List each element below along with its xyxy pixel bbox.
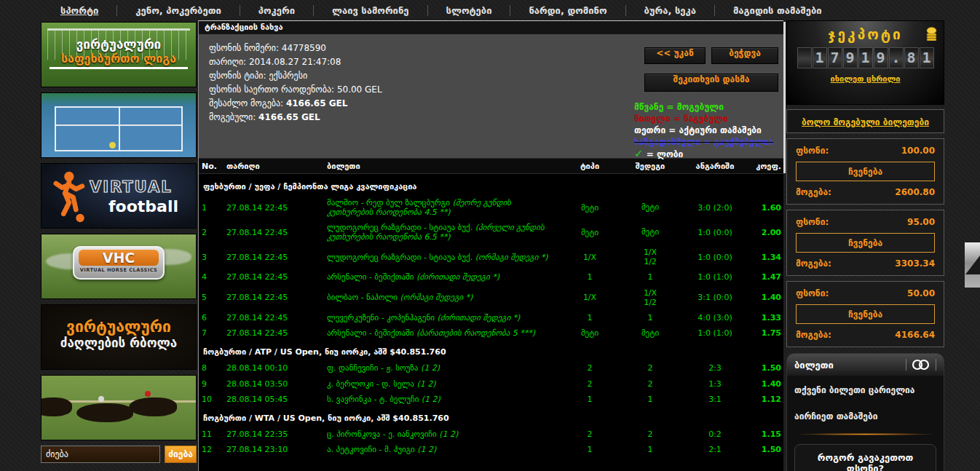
jackpot-digit: . [889,47,904,68]
show-ticket-button[interactable]: ჩვენება [796,233,935,253]
cell-tip: 2 [561,363,618,373]
nav-item-ნარდი, დომინო[interactable]: ნარდი, დომინო [510,5,625,16]
cell-ticket: ბილბაო - ნაპოლი (ორმაგი შედეგი *) [324,293,561,302]
cell-result: 2 [618,379,682,389]
banner-virtual-football[interactable]: VIRTUAL football [41,163,197,229]
cell-tip: 2 [561,430,618,439]
cell-ticket: ლუდოგორეც რაზგრადი - სტიაუა ბუქ. (ორმაგი… [324,253,561,262]
match-name: არსენალი - ბეშიქთაში [327,272,416,282]
linked-tickets-icon [911,359,931,371]
cell-date: 28.08.14 05:45 [224,395,324,404]
jackpot-digit: 8 [904,47,919,68]
cell-date: 27.08.14 22:45 [224,228,324,237]
cell-result: 1 [618,395,682,404]
banner-horse-racing[interactable] [41,375,197,440]
banner-title: ვირტუალური [42,37,196,52]
banner-virtual-dog-racing[interactable]: ვირტუალური ძაღლების რბოლა [41,304,197,370]
nav-item-ლაივ სამორინე[interactable]: ლაივ სამორინე [313,5,427,16]
match-name: არსენალი - ბეშიქთაში [327,328,416,338]
cell-ticket: ა. პეტკოვიჩი - მ. პუიგი (1 2) [324,445,561,454]
cell-no: 3 [199,253,224,262]
detail-value: ექსპრესი [269,71,307,81]
nav-item-სპორტი[interactable]: სპორტი [42,5,116,16]
legend-text: = წაგებული [671,114,728,124]
horse-graphic [41,397,72,416]
nav-item-პოკერი[interactable]: პოკერი [240,5,313,16]
bet-row: 1028.08.14 05:45ს. ვავრინკა - ტ. ბელუჩი … [199,392,783,407]
scroll-edge-widget[interactable] [965,242,980,288]
col-header-result: შედეგი [618,162,682,171]
cell-score: 0:2 [682,430,748,439]
cell-coef: 1.40 [748,379,784,389]
how-to-bet-link[interactable]: როგორ გავაკეთოთ ფსონი? [794,444,936,471]
check-icon: ✓ [634,147,644,160]
cell-tip: მეტი [561,203,618,213]
cell-coef: 2.00 [748,228,784,237]
banner-virtual-football-league[interactable]: ვირტუალური საფეხბურთო ლიგა [41,22,197,87]
cell-date: 27.08.14 22:45 [224,328,324,338]
cell-tip: 1 [561,313,618,322]
cell-ticket: არსენალი - ბეშიქთაში (ბარათების რაოდენობ… [324,328,561,338]
betslip-panel: ბილეთი თქვენი ბილეთი ცარიელია აირჩიეთ თა… [786,353,944,471]
nav-item-მაგიდის თამაშები[interactable]: მაგიდის თამაშები [714,5,840,16]
legend-text: = გაუქმებულია [700,137,773,147]
cell-result: მეტი [618,227,682,237]
betslip-icons[interactable] [906,359,936,371]
stake-label: ფსონი: [796,288,829,298]
detail-value: 2014.08.27 21:47:08 [249,57,341,67]
match-name: ლევერკუზენი - კოპენჰაგენი [327,313,437,322]
nav-item-ბურა, სეკა[interactable]: ბურა, სეკა [625,5,714,16]
search-input[interactable] [41,446,160,463]
back-button[interactable]: << უკან [644,47,706,64]
cell-no: 9 [199,379,224,389]
cell-no: 12 [199,445,224,454]
nav-item-კენო, პოკერბეთი[interactable]: კენო, პოკერბეთი [116,5,239,16]
legend-term: თეთრი [634,125,665,135]
col-header-tip: ტიპი [561,162,618,171]
show-ticket-button[interactable]: ჩვენება [796,304,935,324]
show-ticket-button[interactable]: ჩვენება [796,162,935,181]
separator [906,359,906,371]
win-row: მოგება:2600.80 [796,187,935,197]
cell-ticket: ს. ვავრინკა - ტ. ბელუჩი (1 2) [324,395,561,404]
nav-item-სლოტები[interactable]: სლოტები [427,5,510,16]
stake-label: ფსონი: [796,217,829,227]
banner-virtual-horse-classics[interactable]: VHC VIRTUAL HORSE CLASSICS [41,234,197,299]
main-scrollbar-thumb[interactable] [783,22,786,173]
cell-score: 2:3 [682,363,748,373]
cell-coef: 1.12 [748,395,784,404]
won-ticket-card: ფსონი:100.00ჩვენებამოგება:2600.80 [786,138,944,205]
cell-coef: 1.75 [748,328,784,338]
jackpot-digit: 1 [920,47,934,68]
last-won-tickets-link[interactable]: ბოლო მოგებული ბილეთები [802,117,929,127]
detail-value: 4166.65 GEL [258,112,320,122]
stake-row: ფსონი:100.00 [796,146,935,156]
cell-coef: 1.50 [748,445,784,454]
print-button[interactable]: ბეჭდვა [711,47,778,64]
search-button[interactable]: ძიება [165,446,197,463]
page-root: სპორტიკენო, პოკერბეთიპოკერილაივ სამორინე… [0,0,980,471]
banner-subtitle: football [108,197,178,215]
jackpot-table-link[interactable]: იხილეთ ცხრილი [831,74,901,84]
stake-row: ფსონი:50.00 [796,288,935,298]
cell-date: 28.08.14 03:50 [224,379,324,389]
left-sidebar: ვირტუალური საფეხბურთო ლიგა VIRTUAL footb… [41,22,197,463]
banner-subtitle: ძაღლების რბოლა [42,336,196,350]
cell-tip: 1 [561,272,618,282]
jackpot-digit: 1 [858,47,873,68]
detail-label: ფსონის საერთო რაოდენობა: [209,84,337,95]
legend-item: წითელი = წაგებული [634,113,784,124]
match-name: ლუდოგორეც რაზგრადი - სტიაუა ბუქ. [327,223,475,232]
detail-value: 4166.65 GEL [286,98,348,108]
cell-no: 5 [199,293,224,302]
banner-virtual-tennis[interactable] [41,92,197,158]
cell-score: 3:0 (2:0) [682,203,748,213]
legend-term: წითელი [634,114,671,124]
ask-question-button[interactable]: შეკითხვის დასმა [644,74,778,92]
legend-term: მწვანე [634,102,663,112]
bet-row: 427.08.14 22:45არსენალი - ბეშიქთაში (ძირ… [199,269,783,285]
jackpot-digit: 9 [843,47,858,68]
market-name: (ორმაგი შედეგი *) [400,293,473,302]
jackpot-digit [797,47,812,68]
cell-date: 27.08.14 22:45 [224,253,324,262]
